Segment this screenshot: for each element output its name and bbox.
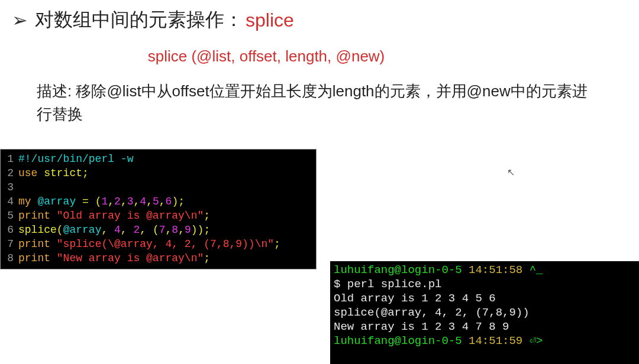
semicolon: ; — [82, 166, 89, 180]
terminal-output-line: Old array is 1 2 3 4 5 6 — [334, 291, 639, 306]
comma: , — [178, 223, 185, 237]
function-splice: splice — [18, 223, 57, 237]
paren: ( — [95, 194, 102, 209]
code-line-4: 4 my @array = ( 1 , 2 , 3 , 4 , 5 , 6 ) … — [1, 194, 316, 209]
line-number: 8 — [1, 251, 18, 265]
prompt-user: luhuifang@login-0-5 — [334, 264, 462, 277]
variable-array: @array — [63, 223, 102, 237]
semicolon: ; — [204, 209, 210, 223]
code-line-3: 3 — [1, 180, 316, 194]
number: 6 — [166, 194, 172, 209]
terminal-output: luhuifang@login-0-5 14:51:58 ^_ $ perl s… — [330, 261, 639, 364]
number: 4 — [114, 223, 121, 237]
comma: , — [146, 194, 153, 209]
comma: , — [159, 194, 166, 209]
equals: = — [76, 194, 95, 209]
prompt-time: 14:51:58 — [462, 264, 523, 277]
paren: ) — [191, 223, 198, 237]
line-number: 6 — [1, 223, 18, 237]
comma: , — [134, 194, 140, 209]
code-line-2: 2 use strict ; — [1, 166, 316, 180]
heading-row: ➢ 对数组中间的元素操作： splice — [0, 0, 639, 33]
number: 9 — [185, 223, 191, 237]
prompt-time: 14:51:59 — [462, 334, 523, 347]
paren: ( — [57, 223, 63, 237]
line-number: 7 — [1, 237, 18, 251]
semicolon: ; — [204, 223, 210, 237]
comma: , — [121, 223, 134, 237]
code-line-7: 7 print "splice(\@array, 4, 2, (7,8,9))\… — [1, 237, 316, 251]
number: 1 — [101, 194, 108, 209]
number: 7 — [159, 223, 166, 237]
variable-array: @array — [31, 194, 76, 209]
paren: ( — [153, 223, 159, 237]
code-line-5: 5 print "Old array is @array\n" ; — [1, 209, 316, 223]
terminal-output-line: New array is 1 2 3 4 7 8 9 — [334, 320, 639, 334]
terminal-output-line: splice(@array, 4, 2, (7,8,9)) — [334, 306, 639, 320]
comma: , — [166, 223, 172, 237]
string-literal: "splice(\@array, 4, 2, (7,8,9))\n" — [50, 237, 274, 251]
comma: , — [140, 223, 153, 237]
keyword-use: use — [18, 166, 37, 180]
module-strict: strict — [37, 166, 82, 180]
line-number: 3 — [1, 180, 18, 194]
number: 8 — [172, 223, 178, 237]
string-literal: "New array is @array\n" — [50, 251, 204, 265]
syntax-line: splice (@list, offset, length, @new) — [59, 47, 473, 66]
keyword-print: print — [18, 237, 50, 251]
terminal-command: $ perl splice.pl — [334, 277, 639, 291]
number: 4 — [140, 194, 146, 209]
shebang-comment: #!/usr/bin/perl -w — [18, 152, 133, 166]
comma: , — [121, 194, 127, 209]
line-number: 2 — [1, 166, 18, 180]
code-line-1: 1 #!/usr/bin/perl -w — [1, 152, 316, 166]
line-number: 5 — [1, 209, 18, 223]
code-line-8: 8 print "New array is @array\n" ; — [1, 251, 316, 265]
keyword-print: print — [18, 209, 50, 223]
bullet-arrow-icon: ➢ — [12, 9, 28, 31]
prompt-caret: ⏎> — [522, 334, 543, 347]
keyword-my: my — [18, 194, 31, 209]
heading-text: 对数组中间的元素操作： — [35, 7, 243, 33]
number: 3 — [127, 194, 134, 209]
terminal-prompt-1: luhuifang@login-0-5 14:51:58 ^_ — [334, 263, 639, 277]
prompt-user: luhuifang@login-0-5 — [334, 334, 462, 347]
line-number: 1 — [1, 152, 18, 166]
cursor-icon: ↖ — [507, 167, 515, 178]
terminal-prompt-2: luhuifang@login-0-5 14:51:59 ⏎> — [334, 334, 639, 348]
number: 2 — [133, 223, 140, 237]
semicolon: ; — [274, 237, 280, 251]
code-editor: 1 #!/usr/bin/perl -w 2 use strict ; 3 4 … — [0, 149, 317, 269]
string-literal: "Old array is @array\n" — [50, 209, 204, 223]
line-number: 4 — [1, 194, 18, 209]
prompt-caret: ^_ — [522, 264, 543, 277]
heading-keyword: splice — [246, 9, 294, 31]
code-line-6: 6 splice ( @array , 4 , 2 , ( 7 , 8 , 9 … — [1, 223, 316, 237]
number: 2 — [114, 194, 121, 209]
comma: , — [108, 194, 114, 209]
number: 5 — [153, 194, 159, 209]
keyword-print: print — [18, 251, 50, 265]
comma: , — [101, 223, 114, 237]
semicolon: ; — [204, 251, 210, 265]
description-text: 描述: 移除@list中从offset位置开始且长度为length的元素，并用@… — [37, 80, 593, 126]
paren: ) — [198, 223, 204, 237]
semicolon: ; — [178, 194, 185, 209]
paren: ) — [172, 194, 178, 209]
